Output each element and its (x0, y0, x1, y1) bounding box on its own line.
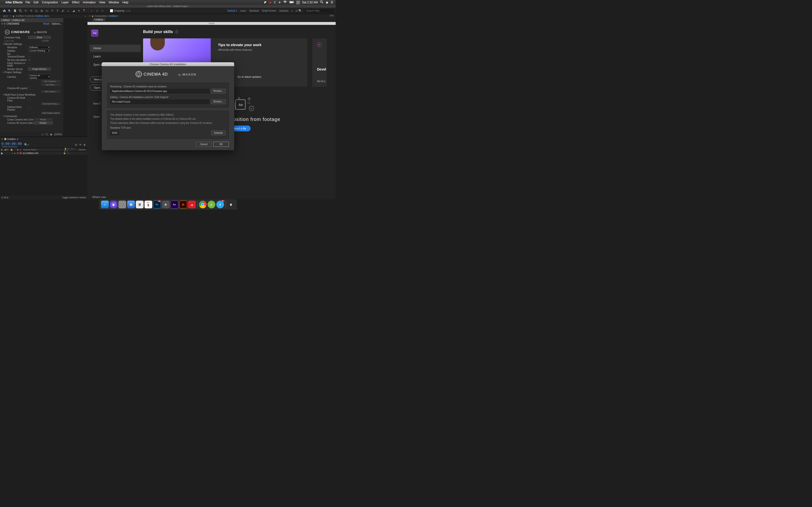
c4d-logo: CINEMA 4D by MAXON (107, 70, 229, 78)
rendering-label: Rendering : Cinema 4D installation used … (110, 85, 226, 88)
rendering-path-input[interactable]: /Applications/Maxon Cinema 4D R21/Cinewa… (110, 89, 209, 94)
modal-overlay: Choose Cinema 4D Installation CINEMA 4D … (0, 0, 336, 210)
svg-point-15 (136, 71, 142, 77)
modal-text-1: The default renderer is the version inst… (110, 113, 226, 116)
port-label: Renderer TCP port : (110, 126, 226, 129)
rendering-browse-button[interactable]: Browse... (211, 89, 226, 94)
svg-text:CINEMA 4D: CINEMA 4D (144, 72, 168, 76)
modal-text-2: The default editor is the latest install… (110, 117, 226, 120)
svg-text:MAXON: MAXON (183, 73, 197, 76)
ok-button[interactable]: OK (213, 142, 229, 147)
svg-text:by: by (179, 73, 181, 76)
editing-browse-button[interactable]: Browse... (211, 100, 226, 104)
dialog-title: Choose Cinema 4D Installation (102, 62, 234, 66)
c4d-install-dialog: Choose Cinema 4D Installation CINEMA 4D … (102, 62, 234, 150)
editing-label: Editing : Cinema 4D installation used fo… (110, 96, 226, 99)
svg-point-16 (136, 73, 142, 75)
defaults-button[interactable]: Defaults (211, 131, 226, 135)
port-input[interactable]: 5030 (110, 131, 119, 135)
editing-path-input[interactable]: /No Install Found (110, 100, 209, 104)
cancel-button[interactable]: Cancel (196, 142, 211, 147)
modal-text-3: These selections affect the Cineware eff… (110, 121, 226, 125)
